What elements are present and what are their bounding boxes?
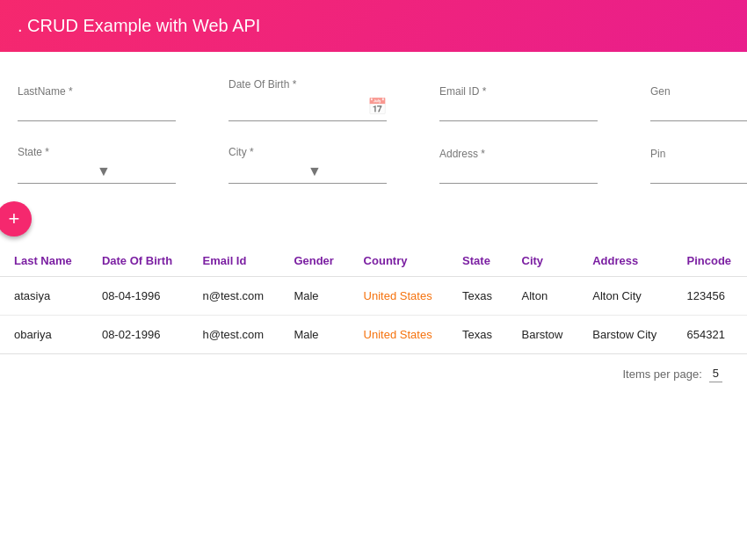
- cell-gender: Male: [279, 316, 349, 354]
- address-label: Address *: [439, 148, 598, 160]
- table-row: atasiya 08-04-1996 n@test.com Male Unite…: [0, 277, 747, 316]
- gender-input[interactable]: [650, 99, 747, 121]
- fab-area: +: [0, 193, 747, 245]
- city-label: City *: [228, 146, 387, 158]
- add-icon: +: [9, 207, 20, 230]
- pin-field: Pin: [650, 148, 747, 184]
- col-email: Email Id: [189, 245, 280, 277]
- email-input[interactable]: [439, 99, 598, 121]
- state-field: State * ▼: [18, 146, 176, 184]
- lastname-label: LastName *: [18, 85, 176, 98]
- address-field: Address *: [439, 148, 598, 184]
- col-dob: Date Of Birth: [88, 245, 189, 277]
- col-country: Country: [350, 245, 448, 277]
- cell-address: Alton City: [578, 277, 672, 316]
- data-table: Last Name Date Of Birth Email Id Gender …: [0, 245, 747, 353]
- dob-input[interactable]: [228, 96, 367, 117]
- gender-field: Gen: [650, 85, 747, 121]
- state-select[interactable]: ▼: [18, 160, 176, 184]
- cell-pincode: 123456: [673, 277, 747, 316]
- dob-label: Date Of Birth *: [228, 78, 387, 91]
- col-city: City: [508, 245, 579, 277]
- cell-lastname: atasiya: [0, 277, 88, 316]
- table-row: obariya 08-02-1996 h@test.com Male Unite…: [0, 316, 747, 354]
- cell-address: Barstow City: [578, 316, 672, 354]
- col-gender: Gender: [279, 245, 349, 277]
- dob-wrapper[interactable]: 📅: [228, 92, 387, 121]
- cell-state: Texas: [448, 277, 507, 316]
- city-dropdown-icon: ▼: [308, 164, 387, 179]
- cell-city: Barstow: [508, 316, 579, 354]
- pin-input[interactable]: [650, 162, 747, 184]
- form-section: LastName * Date Of Birth * 📅 Email ID * …: [0, 52, 747, 193]
- state-dropdown-icon: ▼: [97, 164, 176, 179]
- lastname-field: LastName *: [18, 85, 176, 121]
- pagination-value[interactable]: 5: [709, 365, 722, 382]
- data-table-area: Last Name Date Of Birth Email Id Gender …: [0, 245, 747, 353]
- cell-country: United States: [350, 277, 448, 316]
- state-label: State *: [18, 146, 176, 158]
- pin-label: Pin: [650, 148, 747, 160]
- dob-field: Date Of Birth * 📅: [228, 78, 387, 121]
- col-pincode: Pincode: [673, 245, 747, 277]
- cell-pincode: 654321: [673, 316, 747, 354]
- form-row-1: LastName * Date Of Birth * 📅 Email ID * …: [18, 78, 729, 121]
- add-button[interactable]: +: [0, 201, 32, 236]
- pagination-label: Items per page:: [622, 367, 701, 381]
- address-input[interactable]: [439, 162, 598, 184]
- cell-dob: 08-02-1996: [88, 316, 189, 354]
- cell-dob: 08-04-1996: [88, 277, 189, 316]
- cell-country: United States: [350, 316, 448, 354]
- cell-city: Alton: [508, 277, 579, 316]
- col-lastname: Last Name: [0, 245, 88, 277]
- cell-email: h@test.com: [189, 316, 280, 354]
- city-select[interactable]: ▼: [228, 160, 387, 184]
- cell-email: n@test.com: [189, 277, 280, 316]
- cell-state: Texas: [448, 316, 507, 354]
- email-field: Email ID *: [439, 85, 598, 121]
- form-row-2: State * ▼ City * ▼ Address * Pin: [18, 146, 729, 184]
- app-title: . CRUD Example with Web API: [18, 16, 260, 35]
- email-label: Email ID *: [439, 85, 598, 98]
- col-address: Address: [578, 245, 672, 277]
- gender-label: Gen: [650, 85, 747, 98]
- calendar-icon[interactable]: 📅: [367, 97, 387, 116]
- col-state: State: [448, 245, 507, 277]
- table-header-row: Last Name Date Of Birth Email Id Gender …: [0, 245, 747, 277]
- lastname-input[interactable]: [18, 99, 176, 121]
- cell-lastname: obariya: [0, 316, 88, 354]
- pagination-area: Items per page: 5: [0, 353, 747, 393]
- cell-gender: Male: [279, 277, 349, 316]
- city-field: City * ▼: [228, 146, 387, 184]
- app-header: . CRUD Example with Web API: [0, 0, 747, 52]
